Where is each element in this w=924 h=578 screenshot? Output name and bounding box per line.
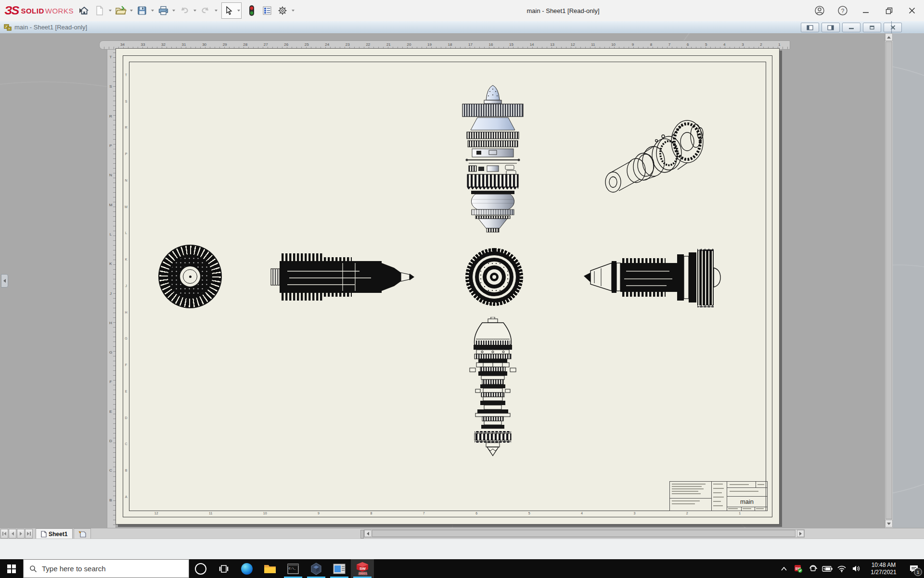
pane-splitter[interactable]: [360, 530, 364, 539]
document-restore-button[interactable]: [863, 23, 881, 32]
toggle-left-pane-button[interactable]: [801, 23, 819, 32]
solidworks-taskbar-button[interactable]: SW 2021: [351, 559, 374, 578]
undo-dropdown[interactable]: [192, 3, 197, 18]
save-dropdown[interactable]: [150, 3, 155, 18]
last-sheet-button[interactable]: [25, 529, 33, 539]
redo-dropdown[interactable]: [214, 3, 218, 18]
select-tool-button[interactable]: [222, 3, 236, 18]
options-button[interactable]: [275, 3, 290, 18]
close-button[interactable]: [904, 3, 920, 18]
tab-sheet1[interactable]: Sheet1: [36, 528, 73, 539]
help-button[interactable]: ?: [834, 3, 851, 18]
task-view-button[interactable]: [212, 559, 235, 578]
print-button[interactable]: [156, 3, 170, 18]
ruler-label: 24: [325, 42, 329, 47]
options-dropdown[interactable]: [291, 3, 295, 18]
toggle-right-pane-button[interactable]: [821, 23, 840, 32]
print-icon: [158, 5, 169, 16]
redo-button[interactable]: [198, 3, 213, 18]
vertical-scroll-thumb[interactable]: [886, 41, 892, 519]
drawing-view-isometric[interactable]: [595, 111, 715, 200]
minimize-button[interactable]: [858, 3, 874, 18]
drawing-view-front[interactable]: [158, 245, 222, 308]
terminal-button[interactable]: C:\_: [282, 559, 305, 578]
undo-button[interactable]: [177, 3, 192, 18]
document-close-button[interactable]: [884, 23, 902, 32]
properties-button[interactable]: [260, 3, 274, 18]
drawing-view-top[interactable]: [459, 83, 526, 233]
horizontal-scroll-thumb[interactable]: [372, 530, 796, 537]
drawing-view-bottom[interactable]: [464, 317, 522, 458]
new-document-dropdown[interactable]: [108, 3, 113, 18]
status-bar: [0, 539, 924, 560]
edge-button[interactable]: [235, 559, 258, 578]
ruler-label: E: [109, 409, 112, 414]
taskbar-clock[interactable]: 10:48 AM 1/27/2021: [863, 562, 904, 576]
drawing-area[interactable]: 3433323130292827262524232221201918171615…: [0, 33, 924, 528]
svg-text:SW: SW: [359, 566, 366, 571]
display-app-button[interactable]: [328, 559, 351, 578]
brand-bold: SOLID: [21, 7, 44, 15]
edrawings-button[interactable]: [305, 559, 328, 578]
solidworks-tray-icon: SW: [794, 565, 803, 573]
scroll-right-button[interactable]: [797, 530, 804, 537]
arrow-up-icon: [887, 36, 891, 39]
scroll-left-button[interactable]: [364, 530, 372, 537]
first-sheet-button[interactable]: [0, 529, 8, 539]
scroll-up-button[interactable]: [885, 33, 893, 41]
zone-letter: L: [125, 231, 127, 235]
tray-network[interactable]: [834, 559, 849, 578]
drawing-view-right[interactable]: [584, 249, 724, 307]
drawing-sheet[interactable]: 121110987654321 TSRPNMLKJHGFEDCBA: [116, 48, 780, 525]
cast-icon: [808, 565, 818, 573]
ruler-label: M: [109, 203, 113, 207]
select-tool-dropdown[interactable]: [236, 3, 241, 18]
open-dropdown[interactable]: [129, 3, 134, 18]
document-minimize-button[interactable]: [842, 23, 860, 32]
taskbar-search[interactable]: Type here to search: [23, 559, 189, 578]
ruler-label: R: [109, 114, 112, 118]
tray-cast[interactable]: [806, 559, 820, 578]
home-button[interactable]: [77, 3, 91, 18]
ruler-label: 16: [489, 42, 493, 47]
ruler-label: 9: [632, 42, 634, 47]
solidworks-logo: ЗS SOLID WORKS: [5, 4, 82, 17]
title-block-title: main: [727, 496, 767, 507]
action-center-button[interactable]: 1: [904, 559, 924, 578]
tray-expand-button[interactable]: [777, 559, 791, 578]
new-document-button[interactable]: [92, 3, 107, 18]
restore-button[interactable]: [881, 3, 897, 18]
previous-sheet-button[interactable]: [9, 529, 16, 539]
ruler-label: 12: [571, 42, 575, 47]
file-explorer-button[interactable]: [258, 559, 282, 578]
open-button[interactable]: [114, 3, 128, 18]
start-button[interactable]: [0, 559, 23, 578]
vertical-ruler-labels: TSRPNMLKJHGFEDCBA: [107, 55, 115, 528]
zone-letter: H: [125, 311, 127, 314]
account-button[interactable]: [811, 3, 828, 18]
featuremanager-collapse-button[interactable]: [1, 274, 8, 288]
zone-number: 10: [263, 512, 267, 515]
ruler-label: T: [110, 55, 112, 59]
rebuild-button[interactable]: [244, 3, 259, 18]
add-sheet-button[interactable]: [74, 528, 91, 539]
tray-battery[interactable]: [820, 559, 834, 578]
ruler-label: 13: [550, 42, 554, 47]
save-button[interactable]: [135, 3, 149, 18]
redo-icon: [200, 5, 211, 16]
drawing-view-rear[interactable]: [465, 248, 523, 306]
ruler-label: 3: [742, 42, 744, 47]
horizontal-scrollbar[interactable]: [364, 529, 805, 538]
task-pane-strip[interactable]: [893, 33, 924, 528]
document-title-area: main - Sheet1 [Read-only]: [4, 21, 87, 33]
tray-solidworks-monitor[interactable]: SW: [791, 559, 806, 578]
print-dropdown[interactable]: [171, 3, 176, 18]
scroll-down-button[interactable]: [885, 520, 893, 527]
zone-number: 1: [739, 512, 741, 515]
cortana-button[interactable]: [189, 559, 212, 578]
title-block[interactable]: main: [669, 481, 768, 511]
drawing-view-left[interactable]: [270, 246, 414, 308]
vertical-scrollbar[interactable]: [885, 33, 893, 528]
next-sheet-button[interactable]: [17, 529, 25, 539]
tray-volume[interactable]: [849, 559, 863, 578]
